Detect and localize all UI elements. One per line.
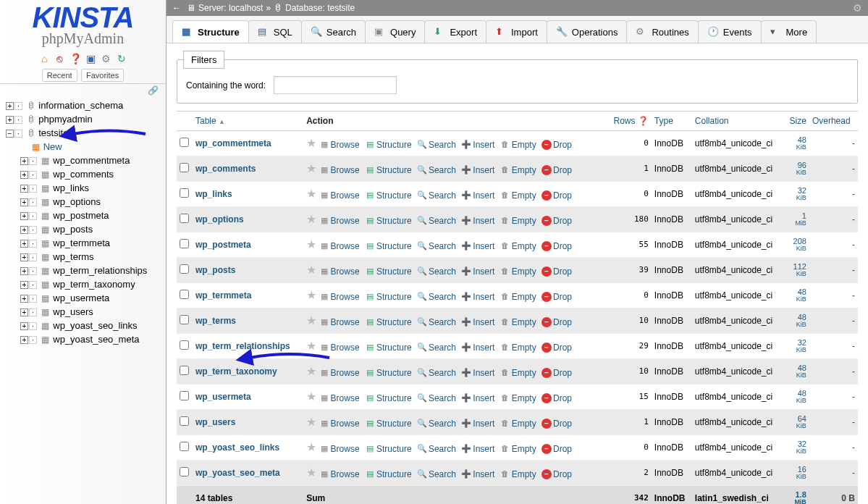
browse-link[interactable]: ▦Browse — [319, 292, 360, 302]
favorite-star-icon[interactable]: ★ — [306, 340, 316, 352]
browse-link[interactable]: ▦Browse — [319, 241, 360, 251]
empty-link[interactable]: 🗑Empty — [500, 216, 536, 226]
tab-sql[interactable]: ▤SQL — [248, 20, 302, 43]
drop-link[interactable]: −Drop — [542, 469, 572, 479]
tree-table-wp_yoast_seo_links[interactable]: +· ▦ wp_yoast_seo_links — [19, 319, 161, 332]
reload-icon[interactable]: ↻ — [116, 53, 127, 64]
table-link[interactable]: wp_comments — [195, 164, 256, 174]
settings-icon[interactable]: ⚙ — [101, 53, 112, 64]
structure-link[interactable]: ▤Structure — [365, 266, 412, 277]
table-link[interactable]: wp_yoast_seo_links — [195, 442, 279, 453]
tab-export[interactable]: ⬇Export — [424, 20, 486, 43]
tree-table-wp_termmeta[interactable]: +· ▦ wp_termmeta — [19, 236, 161, 250]
col-type[interactable]: Type — [652, 112, 692, 131]
row-checkbox[interactable] — [180, 340, 189, 350]
drop-link[interactable]: −Drop — [542, 419, 572, 429]
insert-link[interactable]: ➕Insert — [461, 216, 494, 226]
row-checkbox[interactable] — [180, 391, 189, 400]
favorites-tab[interactable]: Favorites — [81, 69, 124, 82]
drop-link[interactable]: −Drop — [542, 216, 572, 226]
tree-table-wp_users[interactable]: +· ▦ wp_users — [19, 305, 161, 319]
search-link[interactable]: 🔍Search — [417, 368, 456, 378]
insert-link[interactable]: ➕Insert — [461, 165, 494, 175]
col-rows[interactable]: Rows ❓ — [607, 112, 652, 131]
favorite-star-icon[interactable]: ★ — [306, 213, 316, 225]
drop-link[interactable]: −Drop — [542, 140, 572, 150]
tree-table-wp_terms[interactable]: +· ▦ wp_terms — [19, 250, 161, 264]
logout-icon[interactable]: ⎋ — [54, 53, 65, 64]
drop-link[interactable]: −Drop — [542, 444, 572, 454]
structure-link[interactable]: ▤Structure — [365, 241, 412, 251]
table-link[interactable]: wp_usermeta — [195, 392, 251, 402]
tree-table-wp_options[interactable]: +· ▦ wp_options — [19, 195, 161, 209]
server-link[interactable]: localhost — [229, 3, 263, 13]
col-collation[interactable]: Collation — [692, 112, 784, 131]
browse-link[interactable]: ▦Browse — [319, 368, 360, 378]
favorite-star-icon[interactable]: ★ — [306, 365, 316, 377]
search-link[interactable]: 🔍Search — [417, 216, 456, 226]
browse-link[interactable]: ▦Browse — [319, 419, 360, 429]
db-node-information_schema[interactable]: +· 🛢 information_schema — [4, 98, 161, 112]
row-checkbox[interactable] — [180, 467, 189, 476]
empty-link[interactable]: 🗑Empty — [500, 393, 536, 403]
drop-link[interactable]: −Drop — [542, 393, 572, 403]
favorite-star-icon[interactable]: ★ — [306, 390, 316, 403]
browse-link[interactable]: ▦Browse — [319, 444, 360, 454]
structure-link[interactable]: ▤Structure — [365, 419, 412, 429]
database-link[interactable]: testsite — [327, 3, 355, 13]
row-checkbox[interactable] — [180, 416, 189, 426]
empty-link[interactable]: 🗑Empty — [500, 190, 536, 201]
favorite-star-icon[interactable]: ★ — [306, 466, 316, 479]
tree-table-wp_term_relationships[interactable]: +· ▦ wp_term_relationships — [19, 264, 161, 277]
empty-link[interactable]: 🗑Empty — [500, 444, 536, 454]
row-checkbox[interactable] — [180, 442, 189, 451]
browse-link[interactable]: ▦Browse — [319, 140, 360, 150]
search-link[interactable]: 🔍Search — [417, 317, 456, 327]
structure-link[interactable]: ▤Structure — [365, 140, 412, 150]
browse-link[interactable]: ▦Browse — [319, 216, 360, 226]
structure-link[interactable]: ▤Structure — [365, 292, 412, 302]
favorite-star-icon[interactable]: ★ — [306, 188, 316, 200]
favorite-star-icon[interactable]: ★ — [306, 238, 316, 251]
insert-link[interactable]: ➕Insert — [461, 241, 494, 251]
structure-link[interactable]: ▤Structure — [365, 216, 412, 226]
insert-link[interactable]: ➕Insert — [461, 419, 494, 429]
tab-import[interactable]: ⬆Import — [486, 20, 547, 43]
recent-tab[interactable]: Recent — [42, 69, 77, 82]
table-link[interactable]: wp_posts — [195, 265, 235, 275]
empty-link[interactable]: 🗑Empty — [500, 266, 536, 277]
search-link[interactable]: 🔍Search — [417, 292, 456, 302]
empty-link[interactable]: 🗑Empty — [500, 292, 536, 302]
browse-link[interactable]: ▦Browse — [319, 266, 360, 277]
insert-link[interactable]: ➕Insert — [461, 343, 494, 353]
search-link[interactable]: 🔍Search — [417, 140, 456, 150]
empty-link[interactable]: 🗑Empty — [500, 368, 536, 378]
col-table[interactable]: Table ▲ — [193, 112, 303, 131]
structure-link[interactable]: ▤Structure — [365, 343, 412, 353]
drop-link[interactable]: −Drop — [542, 317, 572, 327]
empty-link[interactable]: 🗑Empty — [500, 317, 536, 327]
drop-link[interactable]: −Drop — [542, 292, 572, 302]
structure-link[interactable]: ▤Structure — [365, 393, 412, 403]
search-link[interactable]: 🔍Search — [417, 469, 456, 479]
browse-link[interactable]: ▦Browse — [319, 317, 360, 327]
search-link[interactable]: 🔍Search — [417, 241, 456, 251]
tab-operations[interactable]: 🔧Operations — [547, 20, 628, 43]
tree-table-wp_yoast_seo_meta[interactable]: +· ▦ wp_yoast_seo_meta — [19, 332, 161, 346]
drop-link[interactable]: −Drop — [542, 368, 572, 378]
table-link[interactable]: wp_users — [195, 417, 235, 427]
insert-link[interactable]: ➕Insert — [461, 266, 494, 277]
table-link[interactable]: wp_commentmeta — [195, 138, 271, 148]
browse-link[interactable]: ▦Browse — [319, 165, 360, 175]
favorite-star-icon[interactable]: ★ — [306, 137, 316, 149]
favorite-star-icon[interactable]: ★ — [306, 162, 316, 175]
tree-table-wp_postmeta[interactable]: +· ▦ wp_postmeta — [19, 209, 161, 222]
drop-link[interactable]: −Drop — [542, 190, 572, 201]
structure-link[interactable]: ▤Structure — [365, 469, 412, 479]
empty-link[interactable]: 🗑Empty — [500, 140, 536, 150]
insert-link[interactable]: ➕Insert — [461, 444, 494, 454]
favorite-star-icon[interactable]: ★ — [306, 441, 316, 453]
col-overhead[interactable]: Overhead — [809, 112, 858, 131]
docs-icon[interactable]: ❓ — [69, 53, 81, 64]
home-icon[interactable]: ⌂ — [38, 53, 50, 64]
